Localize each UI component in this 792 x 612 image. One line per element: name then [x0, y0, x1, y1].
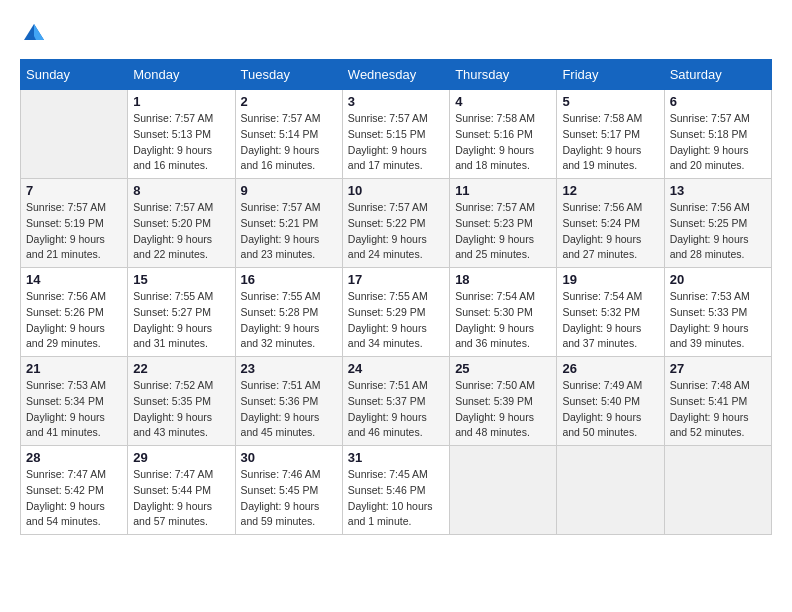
day-info: Sunrise: 7:46 AM Sunset: 5:45 PM Dayligh… — [241, 467, 337, 530]
day-cell: 8Sunrise: 7:57 AM Sunset: 5:20 PM Daylig… — [128, 179, 235, 268]
day-number: 27 — [670, 361, 766, 376]
day-info: Sunrise: 7:57 AM Sunset: 5:22 PM Dayligh… — [348, 200, 444, 263]
day-number: 25 — [455, 361, 551, 376]
day-cell: 22Sunrise: 7:52 AM Sunset: 5:35 PM Dayli… — [128, 357, 235, 446]
day-number: 26 — [562, 361, 658, 376]
day-number: 28 — [26, 450, 122, 465]
day-info: Sunrise: 7:53 AM Sunset: 5:34 PM Dayligh… — [26, 378, 122, 441]
day-cell: 21Sunrise: 7:53 AM Sunset: 5:34 PM Dayli… — [21, 357, 128, 446]
day-cell: 1Sunrise: 7:57 AM Sunset: 5:13 PM Daylig… — [128, 90, 235, 179]
day-info: Sunrise: 7:55 AM Sunset: 5:29 PM Dayligh… — [348, 289, 444, 352]
day-number: 2 — [241, 94, 337, 109]
day-cell — [450, 446, 557, 535]
day-info: Sunrise: 7:45 AM Sunset: 5:46 PM Dayligh… — [348, 467, 444, 530]
day-number: 1 — [133, 94, 229, 109]
day-number: 24 — [348, 361, 444, 376]
day-info: Sunrise: 7:58 AM Sunset: 5:16 PM Dayligh… — [455, 111, 551, 174]
day-number: 7 — [26, 183, 122, 198]
weekday-header-wednesday: Wednesday — [342, 60, 449, 90]
day-number: 5 — [562, 94, 658, 109]
calendar-table: SundayMondayTuesdayWednesdayThursdayFrid… — [20, 59, 772, 535]
weekday-header-thursday: Thursday — [450, 60, 557, 90]
day-cell: 25Sunrise: 7:50 AM Sunset: 5:39 PM Dayli… — [450, 357, 557, 446]
week-row-3: 14Sunrise: 7:56 AM Sunset: 5:26 PM Dayli… — [21, 268, 772, 357]
day-cell — [557, 446, 664, 535]
day-info: Sunrise: 7:57 AM Sunset: 5:23 PM Dayligh… — [455, 200, 551, 263]
svg-marker-1 — [34, 24, 44, 40]
day-info: Sunrise: 7:57 AM Sunset: 5:18 PM Dayligh… — [670, 111, 766, 174]
day-info: Sunrise: 7:55 AM Sunset: 5:27 PM Dayligh… — [133, 289, 229, 352]
day-number: 31 — [348, 450, 444, 465]
day-number: 19 — [562, 272, 658, 287]
day-cell: 17Sunrise: 7:55 AM Sunset: 5:29 PM Dayli… — [342, 268, 449, 357]
day-number: 9 — [241, 183, 337, 198]
day-info: Sunrise: 7:49 AM Sunset: 5:40 PM Dayligh… — [562, 378, 658, 441]
day-number: 29 — [133, 450, 229, 465]
week-row-5: 28Sunrise: 7:47 AM Sunset: 5:42 PM Dayli… — [21, 446, 772, 535]
weekday-header-monday: Monday — [128, 60, 235, 90]
day-number: 3 — [348, 94, 444, 109]
day-number: 20 — [670, 272, 766, 287]
day-cell: 23Sunrise: 7:51 AM Sunset: 5:36 PM Dayli… — [235, 357, 342, 446]
day-cell: 16Sunrise: 7:55 AM Sunset: 5:28 PM Dayli… — [235, 268, 342, 357]
day-cell: 5Sunrise: 7:58 AM Sunset: 5:17 PM Daylig… — [557, 90, 664, 179]
week-row-2: 7Sunrise: 7:57 AM Sunset: 5:19 PM Daylig… — [21, 179, 772, 268]
day-info: Sunrise: 7:52 AM Sunset: 5:35 PM Dayligh… — [133, 378, 229, 441]
week-row-1: 1Sunrise: 7:57 AM Sunset: 5:13 PM Daylig… — [21, 90, 772, 179]
day-info: Sunrise: 7:57 AM Sunset: 5:14 PM Dayligh… — [241, 111, 337, 174]
day-cell: 14Sunrise: 7:56 AM Sunset: 5:26 PM Dayli… — [21, 268, 128, 357]
day-info: Sunrise: 7:54 AM Sunset: 5:32 PM Dayligh… — [562, 289, 658, 352]
day-cell: 2Sunrise: 7:57 AM Sunset: 5:14 PM Daylig… — [235, 90, 342, 179]
weekday-header-saturday: Saturday — [664, 60, 771, 90]
day-cell — [21, 90, 128, 179]
day-info: Sunrise: 7:56 AM Sunset: 5:24 PM Dayligh… — [562, 200, 658, 263]
day-cell: 26Sunrise: 7:49 AM Sunset: 5:40 PM Dayli… — [557, 357, 664, 446]
day-number: 21 — [26, 361, 122, 376]
weekday-header-friday: Friday — [557, 60, 664, 90]
day-info: Sunrise: 7:55 AM Sunset: 5:28 PM Dayligh… — [241, 289, 337, 352]
week-row-4: 21Sunrise: 7:53 AM Sunset: 5:34 PM Dayli… — [21, 357, 772, 446]
day-cell: 13Sunrise: 7:56 AM Sunset: 5:25 PM Dayli… — [664, 179, 771, 268]
day-number: 13 — [670, 183, 766, 198]
day-info: Sunrise: 7:57 AM Sunset: 5:20 PM Dayligh… — [133, 200, 229, 263]
day-cell: 15Sunrise: 7:55 AM Sunset: 5:27 PM Dayli… — [128, 268, 235, 357]
day-info: Sunrise: 7:57 AM Sunset: 5:21 PM Dayligh… — [241, 200, 337, 263]
day-cell: 31Sunrise: 7:45 AM Sunset: 5:46 PM Dayli… — [342, 446, 449, 535]
day-number: 17 — [348, 272, 444, 287]
logo — [20, 20, 46, 49]
day-info: Sunrise: 7:56 AM Sunset: 5:25 PM Dayligh… — [670, 200, 766, 263]
day-number: 23 — [241, 361, 337, 376]
day-info: Sunrise: 7:57 AM Sunset: 5:15 PM Dayligh… — [348, 111, 444, 174]
day-cell: 30Sunrise: 7:46 AM Sunset: 5:45 PM Dayli… — [235, 446, 342, 535]
weekday-header-tuesday: Tuesday — [235, 60, 342, 90]
day-number: 18 — [455, 272, 551, 287]
day-info: Sunrise: 7:57 AM Sunset: 5:19 PM Dayligh… — [26, 200, 122, 263]
day-cell: 7Sunrise: 7:57 AM Sunset: 5:19 PM Daylig… — [21, 179, 128, 268]
weekday-header-row: SundayMondayTuesdayWednesdayThursdayFrid… — [21, 60, 772, 90]
day-cell: 11Sunrise: 7:57 AM Sunset: 5:23 PM Dayli… — [450, 179, 557, 268]
day-cell: 3Sunrise: 7:57 AM Sunset: 5:15 PM Daylig… — [342, 90, 449, 179]
day-number: 16 — [241, 272, 337, 287]
day-info: Sunrise: 7:57 AM Sunset: 5:13 PM Dayligh… — [133, 111, 229, 174]
day-cell: 12Sunrise: 7:56 AM Sunset: 5:24 PM Dayli… — [557, 179, 664, 268]
day-number: 22 — [133, 361, 229, 376]
day-info: Sunrise: 7:47 AM Sunset: 5:42 PM Dayligh… — [26, 467, 122, 530]
day-cell: 4Sunrise: 7:58 AM Sunset: 5:16 PM Daylig… — [450, 90, 557, 179]
day-cell: 19Sunrise: 7:54 AM Sunset: 5:32 PM Dayli… — [557, 268, 664, 357]
day-info: Sunrise: 7:51 AM Sunset: 5:36 PM Dayligh… — [241, 378, 337, 441]
day-cell: 27Sunrise: 7:48 AM Sunset: 5:41 PM Dayli… — [664, 357, 771, 446]
day-number: 6 — [670, 94, 766, 109]
day-cell: 29Sunrise: 7:47 AM Sunset: 5:44 PM Dayli… — [128, 446, 235, 535]
day-number: 14 — [26, 272, 122, 287]
logo-icon — [22, 20, 46, 44]
day-cell: 20Sunrise: 7:53 AM Sunset: 5:33 PM Dayli… — [664, 268, 771, 357]
day-cell: 6Sunrise: 7:57 AM Sunset: 5:18 PM Daylig… — [664, 90, 771, 179]
day-cell — [664, 446, 771, 535]
day-cell: 9Sunrise: 7:57 AM Sunset: 5:21 PM Daylig… — [235, 179, 342, 268]
day-info: Sunrise: 7:47 AM Sunset: 5:44 PM Dayligh… — [133, 467, 229, 530]
day-cell: 18Sunrise: 7:54 AM Sunset: 5:30 PM Dayli… — [450, 268, 557, 357]
page-header — [20, 20, 772, 49]
day-cell: 28Sunrise: 7:47 AM Sunset: 5:42 PM Dayli… — [21, 446, 128, 535]
day-info: Sunrise: 7:53 AM Sunset: 5:33 PM Dayligh… — [670, 289, 766, 352]
day-info: Sunrise: 7:51 AM Sunset: 5:37 PM Dayligh… — [348, 378, 444, 441]
